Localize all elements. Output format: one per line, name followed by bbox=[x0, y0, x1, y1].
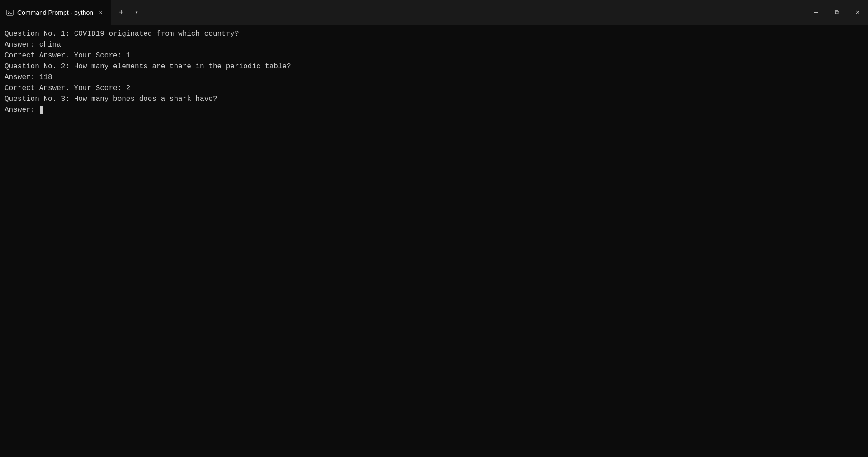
tab-dropdown-button[interactable]: ▾ bbox=[130, 6, 143, 19]
terminal-icon bbox=[6, 9, 14, 16]
active-tab[interactable]: Command Prompt - python × bbox=[0, 0, 111, 25]
terminal-line-1: Question No. 1: COVID19 originated from … bbox=[5, 29, 863, 39]
new-tab-button[interactable]: + bbox=[113, 5, 129, 21]
terminal-line-8: Answer: bbox=[5, 105, 39, 115]
minimize-button[interactable]: ─ bbox=[806, 0, 826, 25]
tab-close-button[interactable]: × bbox=[97, 9, 105, 17]
window-controls: ─ ⧉ × bbox=[806, 0, 868, 25]
terminal-line-3: Correct Answer. Your Score: 1 bbox=[5, 50, 863, 61]
terminal-line-7: Question No. 3: How many bones does a sh… bbox=[5, 94, 863, 105]
titlebar: Command Prompt - python × + ▾ ─ ⧉ × bbox=[0, 0, 868, 25]
terminal-line-5: Answer: 118 bbox=[5, 72, 863, 83]
cursor bbox=[40, 106, 43, 114]
maximize-button[interactable]: ⧉ bbox=[826, 0, 847, 25]
terminal-line-2: Answer: china bbox=[5, 39, 863, 50]
terminal-body[interactable]: Question No. 1: COVID19 originated from … bbox=[0, 25, 868, 457]
terminal-line-4: Question No. 2: How many elements are th… bbox=[5, 61, 863, 72]
window-close-button[interactable]: × bbox=[847, 0, 868, 25]
terminal-input-line: Answer: bbox=[5, 105, 863, 115]
terminal-line-6: Correct Answer. Your Score: 2 bbox=[5, 83, 863, 94]
tab-area: Command Prompt - python × + ▾ bbox=[0, 0, 806, 25]
tab-title: Command Prompt - python bbox=[17, 9, 93, 16]
